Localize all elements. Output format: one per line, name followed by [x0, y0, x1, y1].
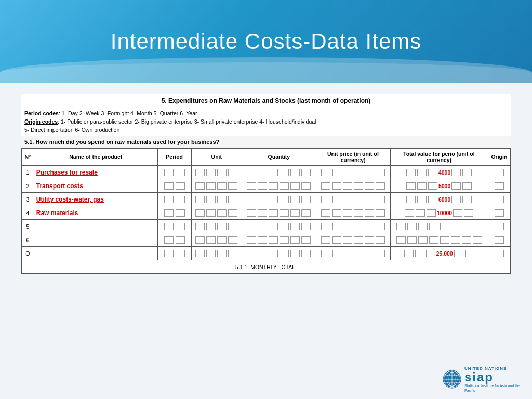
qty-box-4[interactable]: [280, 209, 289, 217]
row-total-value[interactable]: 10000: [390, 206, 488, 220]
qty-box-4[interactable]: [280, 236, 289, 244]
row-unit-price[interactable]: [316, 247, 390, 260]
period-input-2[interactable]: [176, 250, 185, 257]
qty-box-6[interactable]: [301, 236, 311, 244]
row-origin[interactable]: [488, 206, 510, 220]
up-box-3[interactable]: [343, 196, 352, 203]
unit-box-1[interactable]: [195, 250, 205, 257]
up-box-6[interactable]: [376, 250, 385, 257]
period-input-2[interactable]: [176, 223, 185, 230]
up-box-6[interactable]: [376, 223, 385, 230]
unit-box-2[interactable]: [206, 236, 216, 244]
up-box-2[interactable]: [332, 250, 341, 257]
up-box-2[interactable]: [332, 169, 341, 176]
row-period[interactable]: [157, 166, 191, 179]
up-box-6[interactable]: [376, 169, 385, 176]
period-input-2[interactable]: [176, 236, 185, 244]
qty-box-3[interactable]: [269, 169, 278, 176]
row-quantity[interactable]: [242, 247, 316, 260]
row-quantity[interactable]: [242, 179, 316, 193]
qty-box-5[interactable]: [290, 196, 300, 203]
up-box-6[interactable]: [376, 209, 385, 217]
unit-box-1[interactable]: [195, 182, 205, 190]
unit-box-4[interactable]: [228, 196, 237, 203]
qty-box-3[interactable]: [269, 250, 278, 257]
origin-box[interactable]: [495, 169, 504, 176]
row-unit-price[interactable]: [316, 179, 390, 193]
up-box-3[interactable]: [343, 223, 352, 230]
unit-box-1[interactable]: [195, 236, 205, 244]
unit-box-3[interactable]: [217, 223, 227, 230]
qty-box-1[interactable]: [247, 209, 256, 217]
up-box-4[interactable]: [354, 223, 363, 230]
up-box-5[interactable]: [365, 236, 374, 244]
qty-box-2[interactable]: [258, 250, 267, 257]
unit-box-4[interactable]: [228, 182, 237, 190]
up-box-4[interactable]: [354, 182, 363, 190]
row-total-value[interactable]: 25,000: [390, 247, 488, 260]
row-quantity[interactable]: [242, 220, 316, 233]
qty-box-3[interactable]: [269, 196, 278, 203]
up-box-5[interactable]: [365, 196, 374, 203]
qty-box-1[interactable]: [247, 196, 256, 203]
qty-box-2[interactable]: [258, 209, 267, 217]
up-box-5[interactable]: [365, 169, 374, 176]
row-origin[interactable]: [488, 247, 510, 260]
qty-box-6[interactable]: [301, 209, 311, 217]
row-total-value[interactable]: 6000: [390, 193, 488, 206]
row-total-value[interactable]: [390, 233, 488, 247]
period-input-1[interactable]: [164, 169, 174, 176]
up-box-2[interactable]: [332, 196, 341, 203]
qty-box-2[interactable]: [258, 196, 267, 203]
qty-box-6[interactable]: [301, 182, 311, 190]
up-box-6[interactable]: [376, 196, 385, 203]
up-box-1[interactable]: [321, 250, 330, 257]
row-unit-price[interactable]: [316, 233, 390, 247]
row-origin[interactable]: [488, 193, 510, 206]
qty-box-5[interactable]: [290, 182, 300, 190]
origin-box[interactable]: [495, 223, 504, 230]
up-box-5[interactable]: [365, 209, 374, 217]
period-input-1[interactable]: [164, 250, 174, 257]
qty-box-3[interactable]: [269, 209, 278, 217]
unit-box-4[interactable]: [228, 250, 237, 257]
qty-box-4[interactable]: [280, 223, 289, 230]
qty-box-5[interactable]: [290, 223, 300, 230]
unit-box-1[interactable]: [195, 223, 205, 230]
qty-box-5[interactable]: [290, 236, 300, 244]
up-box-4[interactable]: [354, 169, 363, 176]
row-unit[interactable]: [191, 179, 242, 193]
row-unit-price[interactable]: [316, 220, 390, 233]
origin-box[interactable]: [495, 196, 504, 203]
row-period[interactable]: [157, 220, 191, 233]
qty-box-2[interactable]: [258, 169, 267, 176]
row-quantity[interactable]: [242, 193, 316, 206]
row-quantity[interactable]: [242, 166, 316, 179]
unit-box-1[interactable]: [195, 169, 205, 176]
unit-box-4[interactable]: [228, 209, 237, 217]
qty-box-6[interactable]: [301, 196, 311, 203]
period-input-2[interactable]: [176, 182, 185, 190]
up-box-5[interactable]: [365, 182, 374, 190]
up-box-3[interactable]: [343, 169, 352, 176]
qty-box-1[interactable]: [247, 223, 256, 230]
up-box-5[interactable]: [365, 223, 374, 230]
unit-box-1[interactable]: [195, 209, 205, 217]
up-box-3[interactable]: [343, 182, 352, 190]
row-unit[interactable]: [191, 247, 242, 260]
up-box-2[interactable]: [332, 223, 341, 230]
period-input-1[interactable]: [164, 196, 174, 203]
up-box-3[interactable]: [343, 236, 352, 244]
up-box-6[interactable]: [376, 182, 385, 190]
unit-box-3[interactable]: [217, 209, 227, 217]
origin-box[interactable]: [495, 182, 504, 190]
origin-box[interactable]: [495, 250, 504, 257]
unit-box-4[interactable]: [228, 236, 237, 244]
qty-box-1[interactable]: [247, 182, 256, 190]
period-input-1[interactable]: [164, 236, 174, 244]
up-box-2[interactable]: [332, 182, 341, 190]
period-input-1[interactable]: [164, 223, 174, 230]
up-box-2[interactable]: [332, 236, 341, 244]
row-total-value[interactable]: [390, 220, 488, 233]
up-box-1[interactable]: [321, 196, 330, 203]
